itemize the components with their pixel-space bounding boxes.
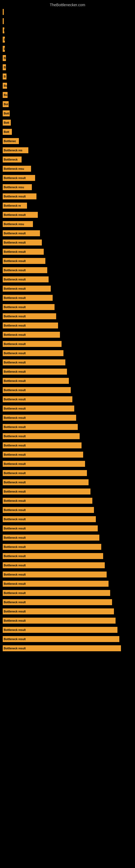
bar-row: Bottleneck result — [3, 442, 132, 449]
bar-label: Bottleneck result — [4, 416, 26, 420]
bar-fill: Bottleneck result — [3, 507, 94, 513]
bar-fill: Bottleneck result — [3, 470, 87, 476]
bar-row: Bottleneck resu — [3, 183, 132, 191]
bar-label: Bottleneck re — [4, 204, 21, 207]
bar-fill: Bott — [3, 129, 12, 135]
bar-fill: Bottleneck result — [3, 452, 83, 458]
bar-label: E — [4, 29, 6, 32]
bar-label: Bottleneck result — [4, 232, 26, 235]
bar-label: Bottleneck result — [4, 343, 26, 346]
bar-row: Bottleneck result — [3, 451, 132, 458]
bar-row: B — [3, 73, 132, 80]
bar-row: Bottleneck result — [3, 516, 132, 523]
bar-fill: Bottleneck result — [3, 360, 65, 365]
bar-label: Bottleneck result — [4, 628, 26, 631]
bar-label: E — [4, 48, 6, 51]
bar-row: Bottleneck re — [3, 202, 132, 209]
bar-fill: Bottleneck resu — [3, 166, 31, 172]
bar-fill: Bottleneck re — [3, 203, 27, 209]
bar-label: Bottleneck result — [4, 195, 26, 198]
bar-label: Bottleneck result — [4, 259, 26, 262]
bar-fill: Bottleneck result — [3, 553, 103, 559]
bar-fill: Bottleneck result — [3, 175, 35, 181]
bar-row: Bott — [3, 110, 132, 117]
bar-fill: Bottleneck result — [3, 525, 98, 531]
bar-fill: Bottleneck result — [3, 590, 110, 596]
bar-label: Bo — [4, 94, 7, 97]
bar-label: Bottleneck result — [4, 564, 26, 567]
bar-label: Bottleneck result — [4, 361, 26, 364]
bar-row: E — [3, 27, 132, 34]
bar-row: Bottleneck result — [3, 303, 132, 311]
bar-label: Bott — [4, 130, 9, 133]
bar-row: Bo — [3, 82, 132, 90]
bar-fill: Bottleneck result — [3, 322, 58, 329]
bar-label: Bottleneck result — [4, 619, 26, 622]
bar-row: B — [3, 63, 132, 71]
bar-label: Bottleneck result — [4, 472, 26, 475]
bar-fill: Bottleneck result — [3, 498, 92, 504]
bar-fill: Bottleneck result — [3, 405, 74, 411]
bar-label: Bottleneck result — [4, 389, 26, 392]
bar-row — [3, 18, 132, 25]
bar-label: Bottleneck result — [4, 536, 26, 539]
bar-fill: Bottleneck result — [3, 396, 72, 402]
bar-row: Bottleneck result — [3, 331, 132, 339]
bar-label: Bottleneck — [4, 158, 17, 161]
bar-row: Bottleneck result — [3, 608, 132, 615]
bar-row: Bottleneck result — [3, 414, 132, 422]
bar-row: Bottleneck result — [3, 349, 132, 357]
bar-label: Bottleneck result — [4, 287, 26, 290]
bar-fill: Bottleneck result — [3, 267, 47, 273]
bar-row: Bottleneck result — [3, 211, 132, 219]
bar-fill: Bottleneck res — [3, 147, 28, 153]
bar-fill — [3, 18, 4, 24]
bar-fill: Bottleneck result — [3, 571, 107, 578]
bar-fill: Bottleneck result — [3, 286, 51, 291]
bar-row: Bottleneck result — [3, 589, 132, 597]
bar-row: Bottlenec — [3, 137, 132, 145]
bar-row: Bottleneck result — [3, 543, 132, 551]
bar-row: Bottleneck result — [3, 525, 132, 532]
bar-row: Bottleneck result — [3, 359, 132, 366]
bar-row: Bottleneck result — [3, 617, 132, 624]
bar-fill: E — [3, 46, 5, 52]
bar-fill: Bottleneck result — [3, 424, 78, 430]
bar-label: Bottleneck res — [4, 149, 22, 152]
bar-fill: Bottleneck resu — [3, 221, 33, 227]
bar-fill: Bott — [3, 120, 11, 126]
bar-row: Bottleneck result — [3, 478, 132, 486]
bar-fill: Bottleneck result — [3, 618, 116, 624]
bar-row: Bottleneck result — [3, 276, 132, 283]
bar-label: Bottleneck resu — [4, 223, 24, 226]
bar-fill: Bottleneck result — [3, 193, 37, 199]
bar-label: Bottleneck result — [4, 306, 26, 309]
bar-label: Bottleneck result — [4, 573, 26, 576]
bar-label: Bottleneck resu — [4, 186, 24, 189]
bar-fill: Bottleneck result — [3, 230, 40, 236]
bar-label: Bot — [4, 103, 8, 106]
bar-fill: Bottleneck resu — [3, 184, 32, 190]
bar-row: Bottleneck result — [3, 506, 132, 514]
bar-row: Bottleneck result — [3, 488, 132, 495]
bar-row: Bottleneck result — [3, 174, 132, 182]
bar-label: B — [4, 66, 6, 69]
bar-fill: Bottleneck result — [3, 599, 112, 605]
bar-label: Bottleneck result — [4, 426, 26, 429]
bar-fill: Bottleneck result — [3, 544, 101, 550]
bar-label: B — [4, 75, 6, 78]
bar-fill: Bo — [3, 55, 6, 61]
bar-fill: Bot — [3, 101, 9, 107]
bar-row: Bottleneck result — [3, 432, 132, 440]
bar-row: Bottleneck result — [3, 229, 132, 237]
bar-label: Bottleneck result — [4, 352, 26, 355]
bar-label: Bottleneck result — [4, 379, 26, 382]
bar-fill: Bottleneck result — [3, 415, 76, 421]
bar-fill: Bottlenec — [3, 138, 19, 144]
bar-label: Bottleneck result — [4, 463, 26, 465]
bar-row: B — [3, 36, 132, 43]
bar-row: Bottleneck result — [3, 312, 132, 320]
bar-row: E — [3, 45, 132, 53]
bar-row: Bo — [3, 91, 132, 99]
bar-label: Bottleneck result — [4, 241, 26, 244]
